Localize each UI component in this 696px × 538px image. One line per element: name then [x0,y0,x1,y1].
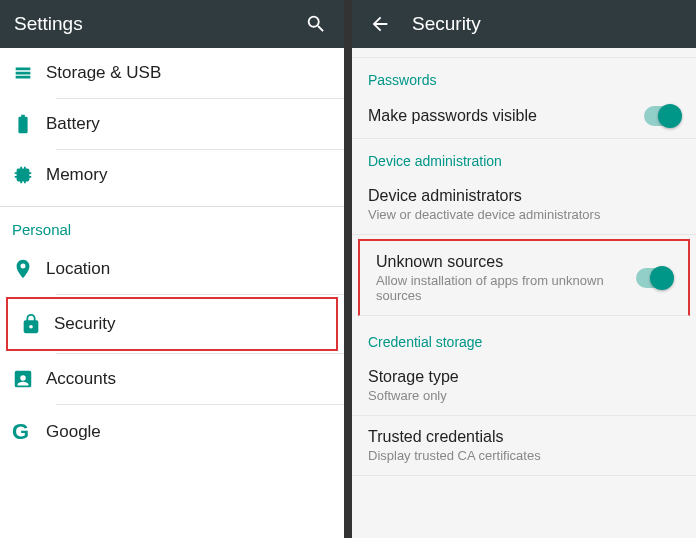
section-header-device-admin: Device administration [352,139,696,175]
settings-item-google[interactable]: G Google [0,405,344,459]
lock-icon [20,313,54,335]
security-pane: Security Passwords Make passwords visibl… [352,0,696,538]
settings-item-location[interactable]: Location [0,244,344,294]
search-icon[interactable] [302,10,330,38]
settings-item-battery[interactable]: Battery [0,99,344,149]
toggle-unknown-sources[interactable] [636,268,672,288]
security-appbar: Security [352,0,696,48]
settings-item-label: Accounts [46,369,116,389]
memory-icon [12,164,46,186]
google-icon: G [12,419,46,445]
setting-sublabel: Display trusted CA certificates [368,448,680,463]
setting-sublabel: Allow installation of apps from unknown … [376,273,636,303]
settings-item-memory[interactable]: Memory [0,150,344,200]
setting-unknown-sources[interactable]: Unknown sources Allow installation of ap… [358,239,690,316]
section-header-passwords: Passwords [352,58,696,94]
setting-make-passwords-visible[interactable]: Make passwords visible [352,94,696,139]
setting-sublabel: Software only [368,388,680,403]
settings-item-label: Location [46,259,110,279]
battery-icon [12,113,46,135]
setting-label: Unknown sources [376,253,636,271]
settings-title: Settings [14,13,83,35]
toggle-passwords-visible[interactable] [644,106,680,126]
settings-pane: Settings Storage & USB Battery [0,0,344,538]
section-header-credential-storage: Credential storage [352,320,696,356]
settings-item-label: Battery [46,114,100,134]
settings-item-label: Google [46,422,101,442]
setting-label: Storage type [368,368,680,386]
back-icon[interactable] [366,10,394,38]
settings-item-label: Memory [46,165,107,185]
settings-appbar: Settings [0,0,344,48]
settings-item-storage[interactable]: Storage & USB [0,48,344,98]
security-title: Security [412,13,481,35]
settings-item-security[interactable]: Security [6,297,338,351]
location-icon [12,258,46,280]
settings-item-label: Storage & USB [46,63,161,83]
settings-item-label: Security [54,314,115,334]
settings-item-accounts[interactable]: Accounts [0,354,344,404]
section-header-personal: Personal [0,207,344,244]
setting-label: Make passwords visible [368,107,644,125]
setting-trusted-credentials[interactable]: Trusted credentials Display trusted CA c… [352,416,696,476]
storage-icon [12,62,46,84]
accounts-icon [12,368,46,390]
setting-storage-type[interactable]: Storage type Software only [352,356,696,416]
setting-device-administrators[interactable]: Device administrators View or deactivate… [352,175,696,235]
setting-sublabel: View or deactivate device administrators [368,207,680,222]
setting-label: Trusted credentials [368,428,680,446]
setting-label: Device administrators [368,187,680,205]
